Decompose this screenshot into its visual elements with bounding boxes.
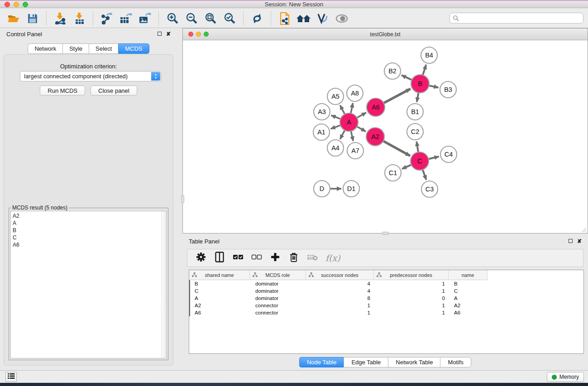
table-cell[interactable]: 1 — [375, 288, 449, 294]
table-cell[interactable]: A2 — [449, 303, 488, 308]
network-node-B[interactable]: B — [411, 75, 429, 93]
tab-network-table[interactable]: Network Table — [388, 357, 440, 367]
float-table-panel-icon[interactable] — [569, 238, 573, 244]
mcds-result-item[interactable]: A — [13, 219, 166, 227]
network-node-D[interactable]: D — [314, 181, 330, 197]
tab-style[interactable]: Style — [62, 43, 89, 54]
criterion-dropdown[interactable]: largest connected component (directed) ▲… — [20, 71, 161, 81]
column-header-MCDS-role[interactable]: MCDS role — [250, 270, 306, 280]
select-all-button[interactable] — [233, 252, 244, 264]
mcds-result-item[interactable]: C — [13, 234, 166, 241]
table-cell[interactable]: 4 — [307, 288, 375, 294]
function-builder-button[interactable]: f(x) — [325, 252, 340, 264]
zoom-selected-button[interactable] — [222, 11, 237, 26]
zoom-fit-button[interactable] — [203, 11, 218, 26]
tab-select[interactable]: Select — [89, 43, 118, 54]
delete-column-button[interactable] — [288, 252, 299, 264]
table-cell[interactable]: A2 — [190, 303, 251, 308]
table-cell[interactable]: 1 — [307, 310, 375, 315]
save-session-button[interactable] — [25, 11, 40, 26]
tab-motifs[interactable]: Motifs — [440, 357, 471, 367]
export-network-button[interactable] — [100, 11, 114, 26]
zoom-out-button[interactable] — [184, 11, 199, 26]
tab-network[interactable]: Network — [28, 43, 62, 54]
network-node-D1[interactable]: D1 — [343, 181, 359, 197]
delete-table-button[interactable] — [307, 252, 318, 264]
table-cell[interactable]: connector — [251, 310, 307, 315]
table-cell[interactable]: 8 — [307, 295, 375, 301]
table-settings-button[interactable] — [196, 252, 206, 264]
vertical-splitter-handle[interactable] — [181, 195, 184, 203]
column-header-shared-name[interactable]: shared name — [189, 270, 250, 280]
table-cell[interactable]: 1 — [375, 303, 449, 308]
eye-button[interactable] — [335, 11, 349, 26]
network-node-B3[interactable]: B3 — [440, 81, 456, 98]
table-cell[interactable]: 1 — [307, 303, 375, 308]
window-resize-grip[interactable] — [581, 226, 587, 232]
network-node-B2[interactable]: B2 — [384, 63, 401, 79]
close-table-panel-icon[interactable]: ✘ — [577, 238, 582, 244]
network-canvas[interactable]: B4B2BB3A8A5A6A3B1AC2A1A2A4A7C4CC1C3DD1 — [183, 40, 588, 233]
network-window-titlebar[interactable]: testGlobe.txt — [183, 29, 588, 40]
table-cell[interactable]: 4 — [307, 281, 375, 286]
refresh-button[interactable] — [250, 11, 264, 26]
table-cell[interactable]: B — [449, 281, 488, 286]
network-node-A4[interactable]: A4 — [327, 140, 344, 156]
network-node-C2[interactable]: C2 — [407, 124, 423, 140]
column-header-successor-nodes[interactable]: successor nodes — [306, 270, 374, 280]
table-cell[interactable]: A — [449, 295, 488, 301]
mcds-result-item[interactable]: A2 — [13, 212, 166, 219]
network-node-C1[interactable]: C1 — [385, 165, 401, 181]
zoom-in-button[interactable] — [165, 11, 180, 26]
import-network-button[interactable] — [53, 11, 67, 26]
table-cell[interactable]: 0 — [375, 295, 449, 301]
table-cell[interactable]: A — [190, 295, 251, 301]
table-cell[interactable]: A6 — [190, 310, 251, 315]
export-image-button[interactable] — [138, 11, 152, 26]
column-header-name[interactable]: name — [449, 270, 488, 280]
unselect-all-button[interactable] — [251, 252, 262, 264]
network-node-A3[interactable]: A3 — [314, 104, 330, 120]
run-mcds-button[interactable]: Run MCDS — [40, 86, 85, 95]
table-cell[interactable]: B — [190, 281, 251, 286]
table-cell[interactable]: 1 — [375, 310, 449, 315]
table-cell[interactable]: dominator — [251, 288, 307, 294]
table-cell[interactable]: A6 — [449, 310, 488, 315]
network-node-A6[interactable]: A6 — [367, 98, 385, 116]
table-cell[interactable]: C — [190, 288, 251, 294]
network-node-C3[interactable]: C3 — [421, 181, 438, 197]
float-panel-icon[interactable] — [158, 31, 162, 37]
tab-mcds[interactable]: MCDS — [118, 43, 149, 54]
show-columns-button[interactable] — [214, 252, 225, 264]
import-table-button[interactable] — [72, 11, 86, 26]
table-cell[interactable]: C — [449, 288, 488, 294]
tab-node-table[interactable]: Node Table — [299, 357, 344, 367]
close-panel-icon[interactable]: ✘ — [166, 31, 171, 37]
home-button[interactable] — [296, 11, 311, 26]
network-node-A8[interactable]: A8 — [347, 85, 363, 101]
tab-edge-table[interactable]: Edge Table — [344, 357, 388, 367]
network-node-A5[interactable]: A5 — [327, 88, 344, 105]
table-cell[interactable]: dominator — [251, 295, 307, 301]
graphics-details-button[interactable] — [316, 11, 330, 26]
network-node-A2[interactable]: A2 — [366, 128, 384, 146]
mcds-result-list[interactable]: A2ABCA6 — [10, 211, 167, 358]
search-input[interactable] — [449, 13, 583, 24]
memory-button[interactable]: Memory — [547, 372, 584, 382]
network-node-B4[interactable]: B4 — [421, 47, 437, 63]
horizontal-splitter-handle[interactable] — [382, 232, 389, 235]
network-node-C[interactable]: C — [411, 152, 429, 170]
close-panel-button[interactable]: Close panel — [91, 86, 137, 95]
column-header-predecessor-nodes[interactable]: predecessor nodes — [374, 270, 449, 280]
mcds-result-item[interactable]: A6 — [13, 241, 166, 248]
table-cell[interactable]: connector — [251, 303, 307, 308]
export-table-button[interactable] — [119, 11, 133, 26]
add-column-button[interactable] — [270, 252, 281, 264]
network-node-C4[interactable]: C4 — [440, 146, 457, 162]
result-list-scrollbar[interactable] — [161, 211, 166, 358]
open-file-button[interactable] — [6, 11, 21, 26]
table-cell[interactable]: 1 — [375, 281, 449, 286]
network-node-A1[interactable]: A1 — [313, 124, 330, 140]
mcds-result-item[interactable]: B — [13, 227, 166, 234]
network-node-A[interactable]: A — [340, 113, 358, 131]
